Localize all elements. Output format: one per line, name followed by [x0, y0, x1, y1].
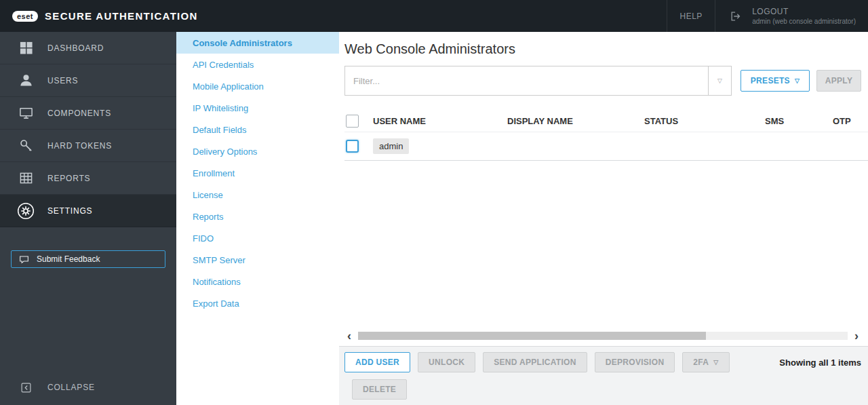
column-header-user-name[interactable]: USER NAME: [373, 116, 507, 126]
submit-feedback-button[interactable]: Submit Feedback: [11, 250, 165, 268]
filter-input[interactable]: [345, 66, 708, 95]
brand-title: SECURE AUTHENTICATION: [45, 10, 198, 22]
eset-logo-icon: eset: [12, 11, 38, 22]
logout-text: LOGOUT admin (web console administrator): [752, 7, 856, 25]
sidebar: DASHBOARD USERS COMPONENTS: [0, 32, 176, 405]
sidebar-item-reports[interactable]: REPORTS: [0, 162, 176, 195]
subnav-item-api-credentials[interactable]: API Credentials: [176, 54, 339, 75]
twofa-label: 2FA: [693, 358, 709, 367]
app-window: eset SECURE AUTHENTICATION HELP LOGOUT a…: [0, 0, 868, 405]
subnav-item-reports[interactable]: Reports: [176, 206, 339, 227]
monitor-icon: [16, 106, 35, 120]
scrollbar-track[interactable]: [358, 332, 848, 340]
subnav-item-notifications[interactable]: Notifications: [176, 271, 339, 292]
sidebar-item-label: REPORTS: [47, 174, 90, 183]
scroll-left-icon[interactable]: ‹: [344, 330, 354, 342]
submit-feedback-label: Submit Feedback: [37, 254, 100, 264]
subnav-item-smtp-server[interactable]: SMTP Server: [176, 249, 339, 271]
column-header-display-name[interactable]: DISPLAY NAME: [507, 116, 644, 126]
add-user-button[interactable]: ADD USER: [344, 352, 410, 372]
row-checkbox[interactable]: [346, 140, 359, 153]
sidebar-item-components[interactable]: COMPONENTS: [0, 97, 176, 130]
presets-label: PRESETS: [751, 76, 790, 85]
filter-bar: ▽ PRESETS ▽ APPLY: [344, 66, 861, 96]
logout-label: LOGOUT: [752, 7, 856, 16]
column-header-status[interactable]: STATUS: [644, 116, 765, 126]
presets-button[interactable]: PRESETS ▽: [741, 70, 810, 92]
collapse-button[interactable]: COLLAPSE: [0, 370, 176, 405]
cell-user-name: admin: [373, 138, 507, 154]
column-header-otp[interactable]: OTP: [833, 116, 868, 126]
apply-button[interactable]: APPLY: [816, 70, 861, 92]
row-checkbox-cell: [344, 140, 373, 153]
subnav-item-delivery-options[interactable]: Delivery Options: [176, 140, 339, 162]
dashboard-grid-icon: [16, 41, 35, 55]
empty-table-area: [339, 161, 868, 330]
logout-icon: [726, 10, 745, 22]
subnav-item-console-administrators[interactable]: Console Administrators: [176, 32, 339, 54]
scroll-right-icon[interactable]: ›: [852, 330, 861, 342]
table-grid-icon: [16, 171, 35, 185]
sidebar-item-label: USERS: [47, 76, 78, 85]
sidebar-item-label: DASHBOARD: [47, 43, 104, 53]
user-icon: [16, 73, 35, 88]
sidebar-item-hard-tokens[interactable]: HARD TOKENS: [0, 130, 176, 162]
subnav-item-mobile-application[interactable]: Mobile Application: [176, 75, 339, 97]
horizontal-scrollbar: ‹ ›: [344, 330, 861, 342]
brand: eset SECURE AUTHENTICATION: [0, 0, 667, 32]
collapse-icon: [16, 382, 35, 393]
sidebar-item-label: HARD TOKENS: [47, 141, 112, 151]
filter-box: ▽: [344, 66, 732, 96]
sidebar-item-label: SETTINGS: [47, 206, 92, 216]
table-row[interactable]: admin: [344, 132, 868, 161]
collapse-label: COLLAPSE: [47, 383, 95, 392]
logout-button[interactable]: LOGOUT admin (web console administrator): [715, 0, 868, 32]
subnav-item-default-fields[interactable]: Default Fields: [176, 119, 339, 140]
filter-dropdown-toggle[interactable]: ▽: [708, 66, 731, 95]
sidebar-item-users[interactable]: USERS: [0, 64, 176, 97]
subnav-item-license[interactable]: License: [176, 184, 339, 206]
logged-in-user: admin (web console administrator): [752, 18, 856, 25]
token-key-icon: [16, 138, 35, 153]
scrollbar-thumb[interactable]: [358, 332, 706, 340]
feedback-bubble-icon: [18, 254, 30, 265]
subnav-item-fido[interactable]: FIDO: [176, 227, 339, 249]
subnav-item-enrollment[interactable]: Enrollment: [176, 162, 339, 184]
column-header-sms[interactable]: SMS: [765, 116, 833, 126]
subnav-item-ip-whitelisting[interactable]: IP Whitelisting: [176, 97, 339, 119]
header-checkbox-cell: [344, 115, 373, 128]
chevron-down-icon: ▽: [795, 78, 800, 84]
chevron-down-icon: ▽: [717, 78, 722, 84]
chevron-down-icon: ▽: [713, 360, 718, 366]
delete-button[interactable]: DELETE: [352, 379, 407, 400]
sidebar-item-dashboard[interactable]: DASHBOARD: [0, 32, 176, 64]
user-name-badge: admin: [373, 138, 409, 154]
table-header: USER NAME DISPLAY NAME STATUS SMS OTP: [344, 111, 868, 132]
page-title: Web Console Administrators: [344, 41, 868, 57]
items-count-text: Showing all 1 items: [779, 358, 861, 368]
subnav-item-export-data[interactable]: Export Data: [176, 292, 339, 314]
unlock-button[interactable]: UNLOCK: [418, 352, 475, 372]
settings-subnav: Console Administrators API Credentials M…: [176, 32, 339, 405]
sidebar-item-label: COMPONENTS: [47, 109, 111, 118]
send-application-button[interactable]: SEND APPLICATION: [483, 352, 587, 372]
main-content: Web Console Administrators ▽ PRESETS ▽ A…: [339, 32, 868, 405]
action-toolbar: ADD USER UNLOCK SEND APPLICATION DEPROVI…: [339, 346, 868, 405]
twofa-dropdown-button[interactable]: 2FA ▽: [682, 352, 729, 372]
top-bar: eset SECURE AUTHENTICATION HELP LOGOUT a…: [0, 0, 868, 32]
select-all-checkbox[interactable]: [346, 115, 359, 128]
deprovision-button[interactable]: DEPROVISION: [595, 352, 675, 372]
help-button[interactable]: HELP: [667, 0, 715, 32]
sidebar-item-settings[interactable]: SETTINGS: [0, 195, 176, 227]
gear-icon: [16, 202, 35, 220]
